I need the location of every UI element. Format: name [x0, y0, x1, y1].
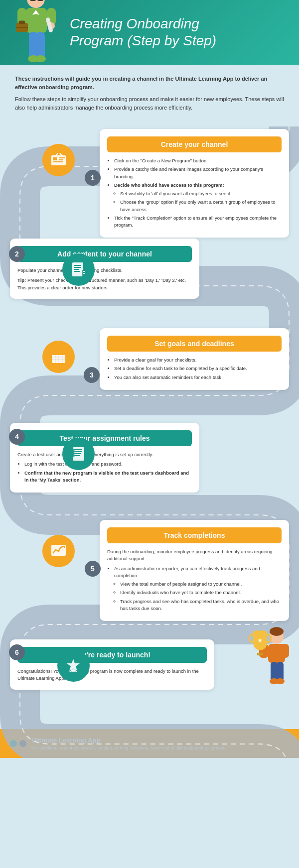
- trophy-figure: [244, 624, 294, 691]
- svg-point-68: [276, 678, 285, 684]
- step-2-icon: [62, 253, 95, 286]
- step-6-icon-circle: [57, 649, 90, 682]
- step-5-body: During the onboarding, monitor employee …: [107, 548, 282, 612]
- step-1-number: 1: [85, 170, 101, 186]
- footer-brand-text: Ultimate Learning App For additional res…: [31, 737, 226, 750]
- svg-point-58: [270, 627, 284, 636]
- svg-rect-47: [75, 453, 81, 454]
- step-5-card: Track completions During the onboarding,…: [100, 520, 289, 621]
- footer-sub-text: For additional resources about Ultimate …: [31, 745, 226, 750]
- svg-rect-28: [74, 265, 81, 266]
- step-3-body: Provide a clear goal for your checklists…: [107, 357, 282, 381]
- step-4-icon: [62, 438, 95, 470]
- step-1-card: Create your channel Click on the "Create…: [100, 129, 289, 238]
- step-5-number: 5: [85, 561, 101, 577]
- step-6-card: You're ready to launch! Congratulations!…: [10, 639, 214, 690]
- step-5-icon-circle: [42, 535, 75, 567]
- svg-point-50: [73, 451, 75, 453]
- header: Creating Onboarding Program (Step by Ste…: [0, 0, 299, 65]
- step-1-title: Create your channel: [107, 136, 282, 152]
- intro-bold: These instructions will guide you in cre…: [15, 75, 284, 91]
- svg-rect-22: [59, 157, 65, 158]
- step-5-section: 5 Track completions During the onboardin…: [0, 520, 299, 629]
- intro-normal: Follow these steps to simplify your onbo…: [15, 95, 284, 112]
- svg-rect-24: [53, 161, 63, 162]
- svg-rect-36: [52, 352, 65, 355]
- svg-rect-46: [75, 451, 82, 452]
- header-text: Creating Onboarding Program (Step by Ste…: [70, 15, 216, 49]
- svg-rect-16: [36, 32, 45, 59]
- step-6-number: 6: [9, 644, 25, 660]
- step-4-icon-circle: [62, 438, 95, 470]
- step-2-card: Add content to your channel Populate you…: [10, 239, 199, 299]
- svg-point-52: [73, 455, 75, 457]
- step-1-icon: [42, 144, 75, 176]
- svg-rect-34: [83, 273, 85, 274]
- step-6-body: Congratulations! Your Onboarding program…: [17, 668, 207, 682]
- step-2-section: 2 Add content to your channel Populate y…: [0, 239, 299, 318]
- step-5-title: Track completions: [107, 527, 282, 543]
- svg-rect-30: [74, 269, 79, 270]
- svg-rect-63: [257, 653, 263, 655]
- svg-point-49: [73, 449, 75, 451]
- svg-rect-33: [83, 271, 85, 272]
- svg-rect-21: [53, 157, 57, 160]
- step-1-icon-circle: [42, 144, 75, 176]
- svg-rect-61: [280, 644, 289, 658]
- step-5-icon: [42, 535, 75, 567]
- step-4-card: Test your assignment rules Create a test…: [10, 423, 199, 493]
- step-3-number: 3: [84, 367, 100, 383]
- step-4-section: 4 Test your assignment rules Create a te…: [0, 423, 299, 510]
- path-container: 1 Create your channel Click on the "Crea…: [0, 117, 299, 724]
- footer-brand-name: Ultimate Learning App: [31, 737, 226, 744]
- header-figure: [0, 0, 65, 65]
- svg-rect-45: [75, 449, 82, 450]
- step-3-card: Set goals and deadlines Provide a clear …: [100, 328, 289, 390]
- step-6-section: 6 You're ready to launch! Congratulation…: [0, 639, 299, 719]
- svg-rect-37: [54, 350, 56, 354]
- step-3-icon: [42, 341, 75, 373]
- svg-rect-13: [19, 21, 25, 24]
- footer-logo-green: [10, 740, 17, 747]
- step-3-title: Set goals and deadlines: [107, 336, 282, 352]
- step-6-icon: [57, 649, 90, 682]
- header-title: Creating Onboarding Program (Step by Ste…: [70, 15, 216, 49]
- svg-point-62: [253, 630, 267, 633]
- step-2-icon-circle: [62, 253, 95, 286]
- step-4-body: Create a test user account to verify eve…: [17, 451, 192, 484]
- svg-point-0: [27, 0, 45, 8]
- svg-rect-29: [74, 267, 81, 268]
- svg-rect-48: [75, 455, 80, 456]
- step-3-icon-circle: [42, 341, 75, 373]
- svg-point-51: [73, 453, 75, 455]
- footer-logo-dark: [19, 740, 26, 747]
- svg-rect-4: [37, 0, 43, 1]
- step-3-section: 3 Set goals and deadlines Provide a clea…: [0, 328, 299, 413]
- svg-rect-23: [59, 159, 63, 160]
- step-4-number: 4: [9, 429, 25, 445]
- step-1-body: Click on the "Create a New Program" butt…: [107, 157, 282, 229]
- step-2-title: Add content to your channel: [17, 246, 192, 262]
- svg-rect-31: [74, 271, 80, 272]
- footer: Ultimate Learning App For additional res…: [0, 729, 299, 758]
- step-1-section: 1 Create your channel Click on the "Crea…: [0, 129, 299, 229]
- svg-rect-38: [61, 350, 63, 354]
- svg-rect-3: [30, 0, 36, 1]
- step-2-number: 2: [9, 246, 25, 262]
- step-6-title: You're ready to launch!: [17, 647, 207, 663]
- step-2-body: Populate your channel with onboarding ch…: [17, 267, 192, 291]
- footer-brand-row: Ultimate Learning App For additional res…: [10, 737, 226, 750]
- step-4-title: Test your assignment rules: [17, 430, 192, 446]
- svg-point-18: [35, 55, 46, 62]
